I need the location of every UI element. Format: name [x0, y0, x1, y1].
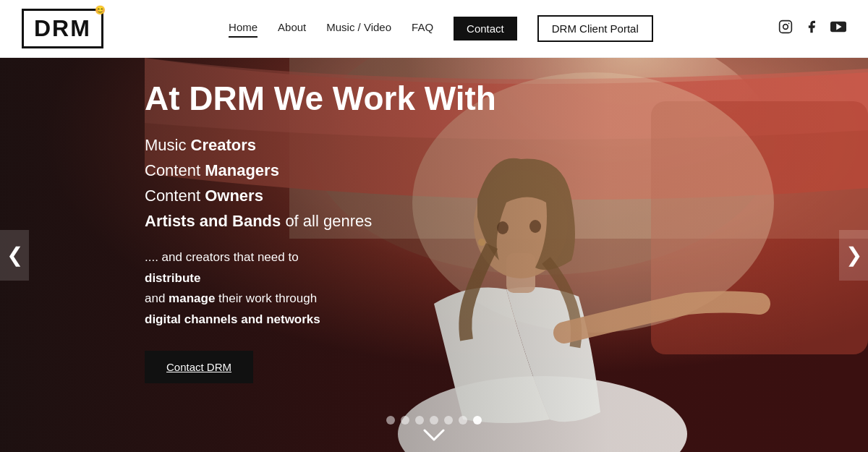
- nav-portal[interactable]: DRM Client Portal: [537, 15, 653, 42]
- nav-about[interactable]: About: [278, 21, 306, 36]
- svg-point-1: [783, 25, 788, 30]
- logo-box: DRM 😊: [22, 9, 103, 48]
- svg-point-2: [788, 23, 790, 25]
- contact-drm-button[interactable]: Contact DRM: [145, 351, 253, 383]
- slide-dot-2[interactable]: [401, 416, 409, 425]
- nav-home[interactable]: Home: [229, 21, 258, 36]
- list-prefix-3: Content: [145, 187, 205, 205]
- scroll-down-chevron[interactable]: [423, 427, 445, 446]
- main-nav: Home About Music / Video FAQ Contact DRM…: [229, 15, 653, 42]
- instagram-icon[interactable]: [778, 20, 793, 38]
- nav-music-video[interactable]: Music / Video: [326, 21, 391, 36]
- desc-text-2: and: [145, 291, 169, 305]
- list-item: Content Owners: [145, 183, 868, 208]
- nav-contact[interactable]: Contact: [454, 17, 517, 40]
- list-bold-4: Artists and Bands: [145, 212, 281, 230]
- list-item: Artists and Bands of all genres: [145, 208, 868, 234]
- list-prefix-2: Content: [145, 161, 205, 179]
- slide-dot-4[interactable]: [430, 416, 438, 425]
- list-bold-2: Managers: [205, 161, 279, 179]
- desc-bold-manage: manage: [169, 291, 215, 305]
- slide-dot-7[interactable]: [473, 416, 482, 425]
- list-item: Content Managers: [145, 158, 868, 183]
- hero-title: At DRM We Work With: [145, 80, 868, 118]
- desc-text-1: .... and creators that need to: [145, 250, 299, 264]
- slide-dots: [386, 416, 482, 425]
- list-prefix-1: Music: [145, 136, 191, 154]
- next-slide-button[interactable]: ❯: [839, 230, 868, 281]
- slide-dot-5[interactable]: [444, 416, 453, 425]
- logo-emoji-icon: 😊: [95, 5, 106, 15]
- prev-slide-button[interactable]: ❮: [0, 230, 29, 281]
- hero-list: Music Creators Content Managers Content …: [145, 132, 868, 234]
- slide-dot-6[interactable]: [459, 416, 467, 425]
- desc-text-3: their work through: [215, 291, 317, 305]
- slide-dot-1[interactable]: [386, 416, 395, 425]
- youtube-icon[interactable]: [830, 21, 846, 36]
- logo[interactable]: DRM 😊: [22, 9, 103, 48]
- desc-bold-digital: digital channels and networks: [145, 312, 320, 326]
- list-suffix-4: of all genres: [281, 212, 372, 230]
- nav-faq[interactable]: FAQ: [412, 21, 433, 36]
- svg-rect-0: [780, 21, 792, 33]
- list-item: Music Creators: [145, 132, 868, 158]
- slide-dot-3[interactable]: [415, 416, 424, 425]
- hero-description: .... and creators that need to distribut…: [145, 247, 354, 331]
- list-bold-3: Owners: [205, 187, 263, 205]
- facebook-icon[interactable]: [804, 20, 819, 38]
- chevron-left-icon: ❮: [7, 243, 23, 267]
- social-links: [778, 20, 846, 38]
- desc-bold-distribute: distribute: [145, 271, 200, 285]
- chevron-right-icon: ❯: [846, 243, 862, 267]
- hero-section: At DRM We Work With Music Creators Conte…: [0, 58, 868, 452]
- header: DRM 😊 Home About Music / Video FAQ Conta…: [0, 0, 868, 58]
- logo-text: DRM: [34, 15, 91, 42]
- list-bold-1: Creators: [191, 136, 256, 154]
- hero-content: At DRM We Work With Music Creators Conte…: [0, 58, 868, 383]
